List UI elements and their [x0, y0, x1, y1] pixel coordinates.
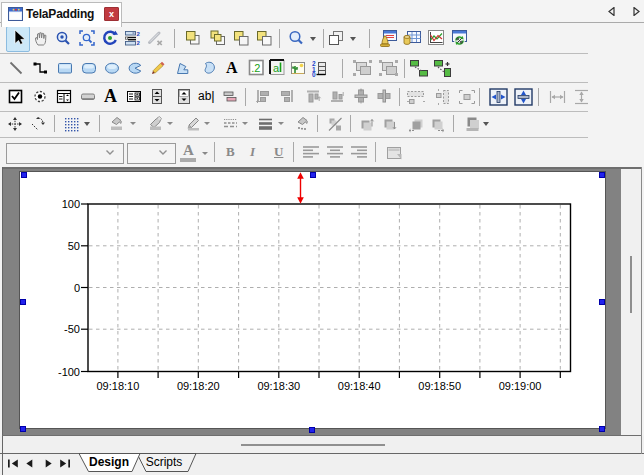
svg-text:Scripts: Scripts — [146, 455, 183, 469]
svg-text:-100: -100 — [58, 366, 80, 378]
svg-text:09:18:30: 09:18:30 — [257, 380, 300, 392]
svg-text:09:19:00: 09:19:00 — [499, 380, 542, 392]
svg-text:-50: -50 — [64, 323, 80, 335]
svg-text:2: 2 — [137, 31, 141, 37]
svg-text:09:18:10: 09:18:10 — [96, 380, 139, 392]
svg-text:09:18:20: 09:18:20 — [177, 380, 220, 392]
svg-text:09:18:50: 09:18:50 — [418, 380, 461, 392]
svg-text:0: 0 — [74, 282, 80, 294]
svg-text:a: a — [273, 62, 280, 74]
svg-text:0: 0 — [312, 71, 316, 78]
svg-text:.2: .2 — [251, 62, 260, 74]
svg-text:09:18:40: 09:18:40 — [338, 380, 381, 392]
svg-text:50: 50 — [68, 240, 80, 252]
svg-text:2: 2 — [137, 40, 141, 46]
svg-text:100: 100 — [62, 198, 80, 210]
svg-text:Design: Design — [89, 455, 129, 469]
